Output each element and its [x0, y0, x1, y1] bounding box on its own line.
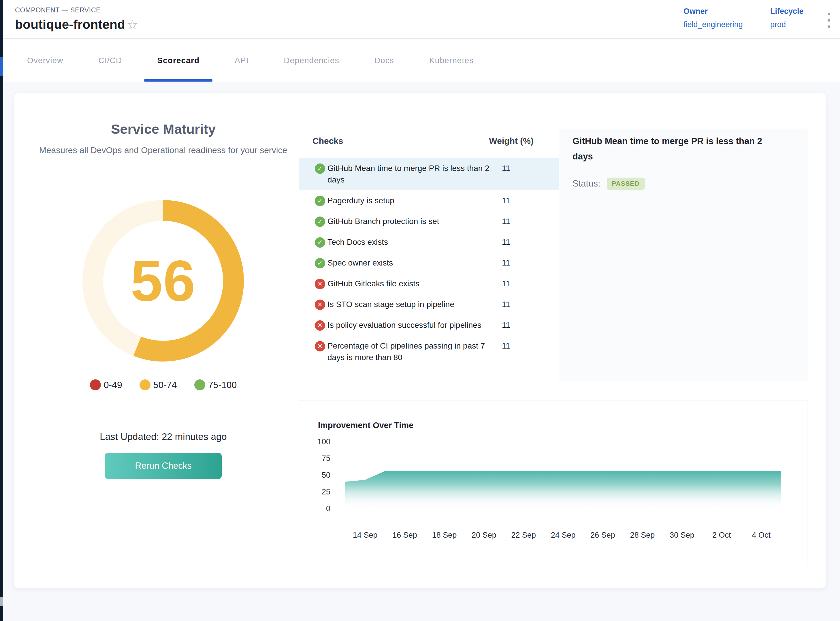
x-tick-label: 14 Sep [353, 531, 378, 539]
tab-overview[interactable]: Overview [14, 39, 76, 82]
check-weight: 11 [502, 257, 528, 269]
check-row[interactable]: ✕GitHub Gitleaks file exists11 [299, 273, 558, 294]
status-badge: PASSED [607, 177, 645, 190]
x-tick-label: 18 Sep [432, 531, 457, 539]
nav-active-indicator [0, 57, 3, 76]
score-donut: 56 [80, 197, 247, 364]
check-passed-icon: ✓ [315, 164, 325, 174]
status-label: Status: [572, 179, 601, 189]
check-weight: 11 [502, 278, 528, 289]
legend-dot-icon [90, 379, 101, 390]
lifecycle-value[interactable]: prod [770, 20, 804, 29]
last-updated-text: Last Updated: 22 minutes ago [23, 431, 304, 442]
scorecard-title: Service Maturity [23, 121, 304, 137]
check-row[interactable]: ✓Tech Docs exists11 [299, 232, 558, 253]
x-tick-label: 28 Sep [630, 531, 655, 539]
check-row[interactable]: ✕Is policy evaluation successful for pip… [299, 315, 558, 336]
x-tick-label: 2 Oct [712, 531, 731, 539]
check-weight: 11 [502, 299, 528, 310]
owner-label: Owner [684, 7, 743, 16]
x-tick-label: 24 Sep [551, 531, 576, 539]
legend-item: 0-49 [90, 379, 122, 390]
check-label: GitHub Gitleaks file exists [327, 278, 502, 289]
legend-label: 75-100 [208, 380, 237, 390]
legend-dot-icon [139, 379, 150, 390]
check-label: Percentage of CI pipelines passing in pa… [327, 340, 502, 363]
improvement-chart: 100755025014 Sep16 Sep18 Sep20 Sep22 Sep… [299, 400, 807, 565]
improvement-area-series [345, 471, 781, 509]
x-tick-label: 30 Sep [670, 531, 695, 539]
owner-block: Owner field_engineering [684, 7, 743, 29]
left-nav-rail[interactable] [0, 0, 3, 621]
scorecard-subtitle: Measures all DevOps and Operational read… [36, 143, 290, 157]
y-tick-label: 50 [322, 471, 330, 479]
tab-api[interactable]: API [222, 39, 262, 82]
star-icon[interactable]: ☆ [127, 18, 138, 31]
tab-bar: OverviewCI/CDScorecardAPIDependenciesDoc… [3, 39, 840, 82]
checks-column-header: Checks [312, 136, 343, 146]
breadcrumb: COMPONENT — SERVICE [15, 6, 101, 14]
checks-table-header: Checks Weight (%) [299, 132, 558, 150]
lifecycle-block: Lifecycle prod [770, 7, 804, 29]
tab-ci-cd[interactable]: CI/CD [86, 39, 135, 82]
check-failed-icon: ✕ [315, 341, 325, 351]
tab-kubernetes[interactable]: Kubernetes [416, 39, 487, 82]
check-weight: 11 [502, 216, 528, 227]
check-label: GitHub Mean time to merge PR is less tha… [327, 163, 502, 186]
x-tick-label: 4 Oct [752, 531, 770, 539]
check-row[interactable]: ✓GitHub Mean time to merge PR is less th… [299, 158, 558, 190]
check-passed-icon: ✓ [315, 196, 325, 206]
check-label: Is policy evaluation successful for pipe… [327, 320, 502, 331]
kebab-menu-icon[interactable] [825, 11, 833, 30]
checks-panel: Checks Weight (%) ✓GitHub Mean time to m… [299, 129, 558, 368]
score-value: 56 [80, 197, 247, 364]
check-weight: 11 [502, 163, 528, 174]
check-passed-icon: ✓ [315, 258, 325, 268]
check-label: Pagerduty is setup [327, 195, 502, 206]
legend-item: 50-74 [139, 379, 177, 390]
check-row[interactable]: ✕Is STO scan stage setup in pipeline11 [299, 294, 558, 315]
legend-dot-icon [194, 379, 205, 390]
nav-rail-bottom-segment [0, 597, 3, 606]
tab-scorecard[interactable]: Scorecard [144, 39, 212, 82]
check-passed-icon: ✓ [315, 217, 325, 227]
entity-header: COMPONENT — SERVICE boutique-frontend ☆ … [3, 0, 840, 39]
y-tick-label: 25 [322, 488, 330, 496]
check-row[interactable]: ✓Pagerduty is setup11 [299, 190, 558, 211]
checks-list: ✓GitHub Mean time to merge PR is less th… [299, 158, 558, 368]
tab-docs[interactable]: Docs [362, 39, 407, 82]
check-label: Spec owner exists [327, 257, 502, 269]
check-row[interactable]: ✓Spec owner exists11 [299, 253, 558, 273]
check-label: Is STO scan stage setup in pipeline [327, 299, 502, 310]
x-tick-label: 16 Sep [392, 531, 417, 539]
tab-dependencies[interactable]: Dependencies [271, 39, 352, 82]
score-legend: 0-4950-7475-100 [23, 379, 304, 390]
y-tick-label: 100 [317, 437, 330, 446]
check-label: GitHub Branch protection is set [327, 216, 502, 227]
check-row[interactable]: ✕Percentage of CI pipelines passing in p… [299, 336, 558, 368]
check-detail-title: GitHub Mean time to merge PR is less tha… [572, 133, 774, 164]
check-detail-panel: GitHub Mean time to merge PR is less tha… [558, 129, 808, 380]
legend-label: 0-49 [104, 380, 122, 390]
check-weight: 11 [502, 340, 528, 352]
status-row: Status: PASSED [572, 177, 808, 190]
check-weight: 11 [502, 320, 528, 331]
x-tick-label: 26 Sep [590, 531, 615, 539]
y-tick-label: 0 [326, 504, 330, 513]
check-weight: 11 [502, 195, 528, 206]
improvement-chart-panel: Improvement Over Time 100755025014 Sep16… [299, 400, 807, 565]
check-row[interactable]: ✓GitHub Branch protection is set11 [299, 211, 558, 232]
page-title: boutique-frontend [15, 17, 125, 32]
check-failed-icon: ✕ [315, 300, 325, 310]
check-passed-icon: ✓ [315, 237, 325, 248]
scorecard-card: Service Maturity Measures all DevOps and… [14, 92, 826, 588]
x-tick-label: 22 Sep [512, 531, 536, 539]
check-label: Tech Docs exists [327, 236, 502, 248]
check-failed-icon: ✕ [315, 320, 325, 331]
lifecycle-label: Lifecycle [770, 7, 804, 16]
x-tick-label: 20 Sep [472, 531, 496, 539]
weight-column-header: Weight (%) [489, 136, 534, 146]
rerun-checks-button[interactable]: Rerun Checks [105, 453, 222, 479]
y-tick-label: 75 [322, 454, 330, 463]
owner-link[interactable]: field_engineering [684, 20, 743, 29]
